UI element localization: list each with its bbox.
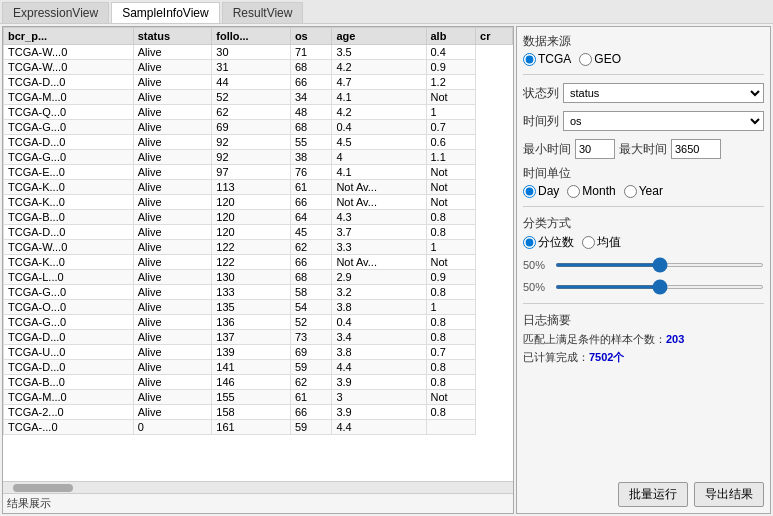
tab-expression[interactable]: ExpressionView [2,2,109,23]
datasource-tcga[interactable]: TCGA [523,52,571,66]
col-header-follo: follo... [212,28,291,45]
cell-9-4: Not Av... [332,180,426,195]
cell-8-4: 4.1 [332,165,426,180]
cell-15-2: 130 [212,270,291,285]
cell-15-3: 68 [290,270,331,285]
cell-16-3: 58 [290,285,331,300]
datasource-title: 数据来源 [523,33,764,50]
cell-2-5: 1.2 [426,75,476,90]
datasource-geo[interactable]: GEO [579,52,621,66]
time-unit-day[interactable]: Day [523,184,559,198]
col-header-alb: alb [426,28,476,45]
export-results-button[interactable]: 导出结果 [694,482,764,507]
cell-14-4: Not Av... [332,255,426,270]
cell-4-1: Alive [133,105,212,120]
time-unit-year[interactable]: Year [624,184,663,198]
cell-0-5: 0.4 [426,45,476,60]
cell-5-3: 68 [290,120,331,135]
cell-11-5: 0.8 [426,210,476,225]
cell-12-5: 0.8 [426,225,476,240]
status-col-select[interactable]: status [563,83,764,103]
right-panel: 数据来源 TCGA GEO 状态列 status [516,26,771,514]
cell-6-0: TCGA-D...0 [4,135,134,150]
table-row: TCGA-W...0Alive31684.20.9 [4,60,513,75]
cell-18-4: 0.4 [332,315,426,330]
time-unit-day-label: Day [538,184,559,198]
batch-run-button[interactable]: 批量运行 [618,482,688,507]
cell-2-4: 4.7 [332,75,426,90]
cell-6-2: 92 [212,135,291,150]
cell-16-1: Alive [133,285,212,300]
max-time-label: 最大时间 [619,141,667,158]
time-col-row: 时间列 os [523,111,764,131]
cell-10-3: 66 [290,195,331,210]
cell-23-4: 3 [332,390,426,405]
cell-8-5: Not [426,165,476,180]
cell-1-4: 4.2 [332,60,426,75]
cell-18-5: 0.8 [426,315,476,330]
cell-8-3: 76 [290,165,331,180]
cell-24-5: 0.8 [426,405,476,420]
cell-21-3: 59 [290,360,331,375]
cell-15-4: 2.9 [332,270,426,285]
classify-quantile-label: 分位数 [538,234,574,251]
cell-15-5: 0.9 [426,270,476,285]
table-row: TCGA-D...0Alive120453.70.8 [4,225,513,240]
slider1[interactable] [555,263,764,267]
datasource-section: 数据来源 TCGA GEO [523,33,764,66]
tab-sampleinfo[interactable]: SampleInfoView [111,2,220,23]
classify-quantile[interactable]: 分位数 [523,234,574,251]
left-panel: bcr_p... status follo... os age alb cr T… [2,26,514,514]
cell-22-5: 0.8 [426,375,476,390]
cell-24-3: 66 [290,405,331,420]
max-time-input[interactable] [671,139,721,159]
horizontal-scrollbar[interactable] [3,481,513,493]
status-col-label: 状态列 [523,85,559,102]
cell-1-2: 31 [212,60,291,75]
slider2[interactable] [555,285,764,289]
cell-3-0: TCGA-M...0 [4,90,134,105]
cell-19-2: 137 [212,330,291,345]
cell-21-0: TCGA-D...0 [4,360,134,375]
table-row: TCGA-D...0Alive44664.71.2 [4,75,513,90]
cell-25-5 [426,420,476,435]
cell-22-1: Alive [133,375,212,390]
min-time-input[interactable] [575,139,615,159]
classify-mean[interactable]: 均值 [582,234,621,251]
cell-22-3: 62 [290,375,331,390]
cell-12-1: Alive [133,225,212,240]
cell-22-4: 3.9 [332,375,426,390]
table-row: TCGA-D...0Alive141594.40.8 [4,360,513,375]
time-col-select[interactable]: os [563,111,764,131]
scrollbar-thumb [13,484,73,492]
cell-0-1: Alive [133,45,212,60]
cell-23-0: TCGA-M...0 [4,390,134,405]
table-row: TCGA-K...0Alive11361Not Av...Not [4,180,513,195]
cell-10-2: 120 [212,195,291,210]
cell-7-2: 92 [212,150,291,165]
cell-9-0: TCGA-K...0 [4,180,134,195]
tab-result[interactable]: ResultView [222,2,304,23]
tab-bar: ExpressionView SampleInfoView ResultView [0,0,773,24]
cell-11-3: 64 [290,210,331,225]
cell-1-1: Alive [133,60,212,75]
cell-17-5: 1 [426,300,476,315]
cell-25-3: 59 [290,420,331,435]
cell-24-4: 3.9 [332,405,426,420]
cell-12-3: 45 [290,225,331,240]
table-row: TCGA-M...0Alive155613Not [4,390,513,405]
cell-2-0: TCGA-D...0 [4,75,134,90]
cell-25-2: 161 [212,420,291,435]
cell-23-5: Not [426,390,476,405]
cell-22-2: 146 [212,375,291,390]
log-line2-value: 7502个 [589,351,624,363]
cell-21-5: 0.8 [426,360,476,375]
cell-20-1: Alive [133,345,212,360]
table-container[interactable]: bcr_p... status follo... os age alb cr T… [3,27,513,481]
cell-10-4: Not Av... [332,195,426,210]
cell-3-5: Not [426,90,476,105]
cell-5-0: TCGA-G...0 [4,120,134,135]
time-unit-month[interactable]: Month [567,184,615,198]
cell-20-0: TCGA-U...0 [4,345,134,360]
slider1-container: 50% [523,259,764,271]
